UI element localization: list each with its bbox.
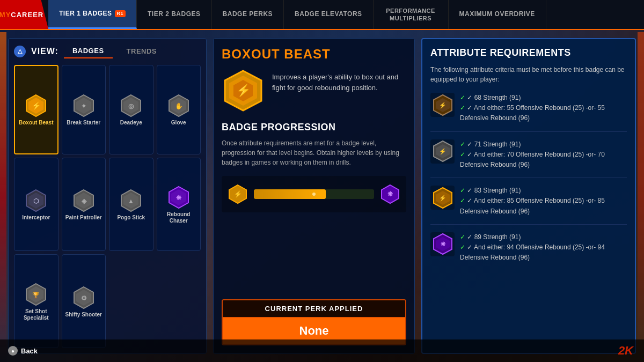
badge-glove[interactable]: ✋ Glove [157,65,201,154]
tab-elevators-label: Badge Elevators [295,10,362,19]
progress-start-badge: ⚡ [227,183,248,205]
req-text-silver: ✓ ✓ 71 Strength (91) ✓ ✓ And either: 70 … [460,139,627,171]
circle-b-icon: ● [8,346,18,356]
req-text-bronze: ✓ ✓ 68 Strength (91) ✓ ✓ And either: 55 … [460,93,627,124]
progress-bar [254,189,374,199]
rebound-chaser-icon: ❋ [167,186,191,209]
svg-text:⚙: ⚙ [80,294,86,302]
svg-text:⚡: ⚡ [32,101,41,110]
tab-maximum-overdrive[interactable]: Maximum Overdrive [449,0,546,29]
deadeye-icon: ◎ [119,94,143,117]
badge-rebound-chaser[interactable]: ❋ Rebound Chaser [157,158,201,252]
tab-perks-label: Badge Perks [223,10,273,19]
logo-my: my [0,11,11,19]
svg-text:▲: ▲ [128,197,134,205]
progress-end-badge: ❋ [379,183,401,205]
req1-bronze: ✓ 68 Strength (91) [467,94,521,101]
check-icon-1: ✓ [460,94,465,101]
bottom-bar: ● Back 2K [0,339,644,362]
req1-purple: ✓ 89 Strength (91) [467,233,521,241]
shifty-shooter-icon: ⚙ [72,286,96,309]
badges-view-button[interactable]: Badges [64,44,113,58]
paint-patroller-icon: ◈ [72,189,96,212]
boxout-beast-icon: ⚡ [24,94,48,117]
tab-tier1-badges[interactable]: Tier 1 Badges R1 [48,0,137,29]
tab-badge-perks[interactable]: Badge Perks [212,0,284,29]
selected-badge-description: Improves a player's ability to box out a… [272,69,406,93]
req2-bronze: ✓ And either: 55 Offensive Rebound (25) … [460,104,605,122]
interceptor-label: Interceptor [22,215,50,221]
app-logo: myCAREER [0,0,48,29]
back-button[interactable]: ● Back [8,346,38,356]
svg-text:⚡: ⚡ [439,101,447,109]
tab-performance-multipliers[interactable]: Performance Multipliers [374,0,449,29]
badge-pogo-stick[interactable]: ▲ Pogo Stick [109,158,153,252]
req-badge-bronze: ⚡ [430,93,455,117]
check-icon-6: ✓ [460,197,465,204]
attr-req-title: ATTRIBUTE REQUIREMENTS [430,47,627,58]
req-badge-gold: ⚡ [430,186,455,210]
badge-deadeye[interactable]: ◎ Deadeye [109,65,153,154]
svg-text:⚡: ⚡ [234,190,242,198]
glove-icon: ✋ [167,94,191,117]
check-icon-4: ✓ [460,151,465,158]
trends-view-button[interactable]: Trends [118,45,165,58]
progression-title: BADGE PROGRESSION [222,122,406,133]
svg-text:◎: ◎ [128,102,134,110]
set-shot-specialist-icon: 🏆 [24,283,48,306]
mid-panel: BOXOUT BEAST ⚡ Improves a player's abili… [213,38,415,354]
badge-set-shot-specialist[interactable]: 🏆 Set Shot Specialist [14,254,58,348]
svg-text:❋: ❋ [176,194,182,202]
tab-performance-label: Performance Multipliers [384,7,437,23]
req-text-purple: ✓ ✓ 89 Strength (91) ✓ ✓ And either: 94 … [460,232,627,263]
badge-grid: ⚡ Boxout Beast ✦ Break Starter [14,65,201,348]
2k-logo: 2K [618,344,633,358]
req-row-bronze: ⚡ ✓ ✓ 68 Strength (91) ✓ ✓ And either: 5… [430,93,627,132]
svg-text:⚡: ⚡ [236,83,251,98]
req-row-purple: ❋ ✓ ✓ 89 Strength (91) ✓ ✓ And either: 9… [430,232,627,271]
badge-break-starter[interactable]: ✦ Break Starter [62,65,106,154]
svg-text:❋: ❋ [387,190,393,198]
svg-text:🏆: 🏆 [32,291,40,299]
progression-description: Once attribute requirements are met for … [222,138,406,167]
break-starter-label: Break Starter [67,120,100,126]
attr-req-subtitle: The following attribute criteria must be… [430,65,627,84]
view-header: △ VIEW: Badges Trends [14,44,201,58]
glove-label: Glove [171,120,186,126]
selected-badge-title: BOXOUT BEAST [222,47,406,62]
break-starter-icon: ✦ [72,94,96,117]
rebound-chaser-label: Rebound Chaser [159,211,199,224]
badge-paint-patroller[interactable]: ◈ Paint Patroller [62,158,106,252]
svg-text:❋: ❋ [440,241,445,247]
check-icon-8: ✓ [460,243,465,251]
deadeye-label: Deadeye [120,120,142,126]
view-label: VIEW: [31,47,58,56]
interceptor-icon: ⬡ [24,189,48,212]
badge-shifty-shooter[interactable]: ⚙ Shifty Shooter [62,254,106,348]
req2-silver: ✓ And either: 70 Offensive Rebound (25) … [460,151,605,168]
current-perk-section: CURRENT PERK APPLIED None [222,299,406,345]
req2-purple: ✓ And either: 94 Offensive Rebound (25) … [460,243,605,261]
check-icon-7: ✓ [460,233,465,241]
selected-badge-large-icon: ⚡ [222,69,265,112]
req-badge-silver: ⚡ [430,139,455,164]
req2-gold: ✓ And either: 85 Offensive Rebound (25) … [460,197,605,215]
progress-area: ⚡ ❋ [222,176,406,212]
req-badge-purple: ❋ [430,232,455,256]
svg-text:⬡: ⬡ [33,197,39,205]
left-panel: △ VIEW: Badges Trends ⚡ Boxout Beast [8,38,207,354]
check-icon-5: ✓ [460,187,465,194]
tab-badge-elevators[interactable]: Badge Elevators [284,0,374,29]
badge-interceptor[interactable]: ⬡ Interceptor [14,158,58,252]
perk-label: CURRENT PERK APPLIED [223,300,405,317]
view-icon: △ [14,46,26,57]
check-icon-3: ✓ [460,141,465,148]
tab-tier2-badges[interactable]: Tier 2 Badges [137,0,212,29]
paint-patroller-label: Paint Patroller [65,215,102,221]
shifty-shooter-label: Shifty Shooter [65,312,102,318]
svg-text:✦: ✦ [81,102,86,110]
badge-boxout-beast[interactable]: ⚡ Boxout Beast [14,65,58,154]
right-panel: ATTRIBUTE REQUIREMENTS The following att… [421,38,636,354]
badge-detail-area: ⚡ Improves a player's ability to box out… [222,69,406,112]
pogo-stick-icon: ▲ [119,189,143,212]
